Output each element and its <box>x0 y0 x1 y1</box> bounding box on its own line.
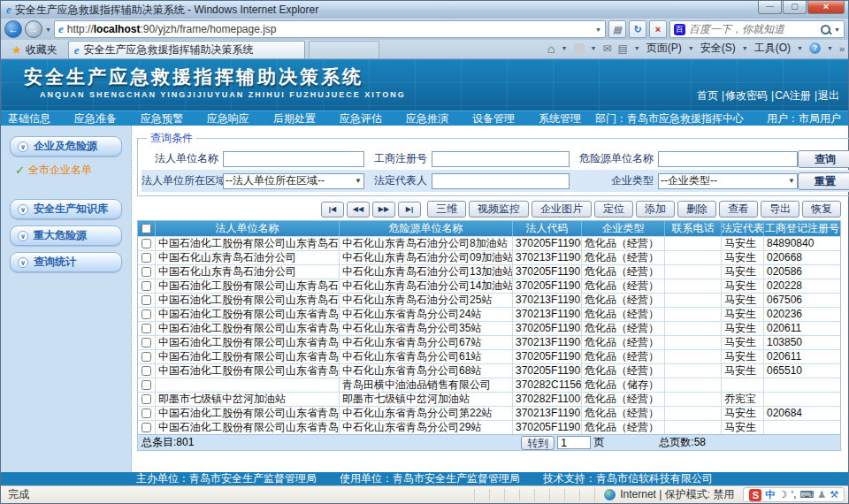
toolbar-button[interactable]: 添加 <box>636 201 675 218</box>
toolbar-button[interactable]: 企业图片 <box>532 201 592 218</box>
nav-item[interactable]: 基础信息 <box>8 111 50 126</box>
toolbar-button[interactable]: 查看 <box>719 201 758 218</box>
forward-button[interactable]: → <box>25 20 42 38</box>
header-link[interactable]: CA注册 <box>768 88 811 103</box>
stop-button[interactable]: × <box>649 20 667 38</box>
row-checkbox[interactable] <box>142 281 151 291</box>
row-checkbox[interactable] <box>142 309 151 319</box>
menu-page[interactable]: 页面(P) <box>646 41 682 56</box>
safety-dropdown-icon[interactable]: ▼ <box>742 45 748 51</box>
feeds-icon[interactable] <box>574 43 585 54</box>
home-icon[interactable]: ⌂ <box>547 42 555 56</box>
search-input[interactable] <box>689 23 817 35</box>
minimize-button[interactable]: — <box>758 1 782 14</box>
overflow-chevron-icon[interactable]: » <box>839 43 845 54</box>
pager-button[interactable]: |◀ <box>321 202 344 218</box>
row-checkbox[interactable] <box>142 366 151 376</box>
pager-button[interactable]: ▶| <box>398 202 421 218</box>
hazard-name-input[interactable] <box>658 151 798 167</box>
table-row[interactable]: 即墨市七级镇中岔河加油站 即墨市七级镇中岔河加油站 370282F110063 … <box>138 392 840 406</box>
tools-dropdown-icon[interactable]: ▼ <box>797 45 803 51</box>
sidebar-item-city-enterprise-list[interactable]: ✓ 全市企业名单 <box>15 163 122 178</box>
table-row[interactable]: 中国石油化工股份有限公司山东青岛石油分公司 中石化山东青岛石油分公司8加油站 3… <box>138 236 840 250</box>
ime-settings-icon[interactable]: ⚒ <box>830 488 838 501</box>
header-link[interactable]: 退出 <box>811 88 839 103</box>
compatibility-view-button[interactable]: ▤ <box>608 20 626 38</box>
feeds-dropdown-icon[interactable]: ▼ <box>591 45 597 51</box>
column-header[interactable]: 法人代码 <box>513 221 582 236</box>
header-link[interactable]: 修改密码 <box>718 88 768 103</box>
close-button[interactable]: × <box>807 1 845 14</box>
ime-user-icon[interactable]: ♟ <box>817 488 826 501</box>
table-row[interactable]: 中国石油化工股份有限公司山东省青岛分公司 中石化山东省青岛分公司68站 3702… <box>138 363 840 378</box>
help-dropdown-icon[interactable]: ▼ <box>827 45 833 51</box>
help-icon[interactable]: ? <box>809 42 821 54</box>
table-row[interactable]: 中国石油化工股份有限公司山东省青岛分公司 中石化山东省青岛分公司61站 3702… <box>138 349 840 363</box>
active-tab[interactable]: e 安全生产应急救援指挥辅助决策系统 <box>68 41 305 58</box>
nav-item[interactable]: 后期处置 <box>273 111 316 126</box>
row-checkbox[interactable] <box>142 253 151 263</box>
column-header[interactable]: 联系电话 <box>665 221 722 236</box>
sidebar-group-enterprise-hazard[interactable]: ∨ 企业及危险源 <box>10 136 122 157</box>
mail-icon[interactable]: ✉ <box>602 42 611 55</box>
row-checkbox[interactable] <box>142 324 151 333</box>
search-box[interactable]: 百 ▼ <box>669 20 845 38</box>
ime-language-icon[interactable]: 中 <box>765 488 775 501</box>
row-checkbox[interactable] <box>142 380 151 390</box>
row-checkbox[interactable] <box>142 295 151 305</box>
url-dropdown-icon[interactable]: ▼ <box>595 27 601 33</box>
refresh-button[interactable]: ↻ <box>629 20 646 38</box>
url-field[interactable]: e http://localhost:90/yjzh/frame/homepag… <box>54 20 606 38</box>
toolbar-button[interactable]: 恢复 <box>802 201 841 218</box>
print-icon[interactable]: ▤ <box>618 42 628 55</box>
search-button[interactable]: 查询 <box>798 150 849 168</box>
search-dropdown-icon[interactable]: ▼ <box>834 27 840 33</box>
table-row[interactable]: 中国石油化工股份有限公司山东青岛石油分公司 中石化山东青岛石油分公司25站 37… <box>138 293 840 307</box>
new-tab-button[interactable] <box>309 41 379 58</box>
maximize-button[interactable]: ▢ <box>783 1 807 14</box>
header-link[interactable]: 首页 <box>697 88 718 103</box>
goto-page-button[interactable]: 转到 <box>521 436 555 450</box>
business-reg-input[interactable] <box>432 151 570 167</box>
row-checkbox[interactable] <box>142 352 151 362</box>
toolbar-button[interactable]: 视频监控 <box>469 201 529 218</box>
nav-item[interactable]: 应急准备 <box>74 111 117 126</box>
title-bar[interactable]: e 安全生产应急救援指挥辅助决策系统 - Windows Internet Ex… <box>1 1 848 19</box>
column-header[interactable]: 法定代表人 <box>722 221 764 236</box>
row-checkbox[interactable] <box>142 409 151 418</box>
sogou-icon[interactable]: S <box>749 489 761 501</box>
favorites-button[interactable]: ★ 收藏夹 <box>4 42 65 58</box>
column-header[interactable]: 企业类型 <box>582 221 665 236</box>
nav-item[interactable]: 应急响应 <box>207 111 249 126</box>
nav-item[interactable]: 应急预警 <box>141 111 183 126</box>
toolbar-button[interactable]: 三维 <box>427 201 466 218</box>
legal-name-input[interactable] <box>223 151 364 167</box>
row-checkbox[interactable] <box>142 239 151 248</box>
select-all-checkbox[interactable] <box>142 224 151 233</box>
page-number-input[interactable] <box>557 436 591 449</box>
page-dropdown-icon[interactable]: ▼ <box>688 45 694 51</box>
region-select[interactable]: --法人单位所在区域--▼ <box>223 173 364 189</box>
toolbar-button[interactable]: 导出 <box>761 201 799 218</box>
reset-button[interactable]: 重置 <box>798 172 849 190</box>
sidebar-group-query-stats[interactable]: ∨ 查询统计 <box>10 252 122 272</box>
sidebar-group-major-hazard[interactable]: ∨ 重大危险源 <box>10 225 122 246</box>
row-checkbox[interactable] <box>142 267 151 277</box>
table-row[interactable]: 青岛田横中油油品销售有限公司 370282C115602 危化品（储存） <box>138 378 840 392</box>
table-row[interactable]: 中国石油化工股份有限公司山东省青岛分公司 中石化山东省青岛分公司35站 3702… <box>138 321 840 335</box>
company-type-select[interactable]: --企业类型--▼ <box>658 173 798 189</box>
sidebar-group-knowledge-base[interactable]: ∨ 安全生产知识库 <box>10 199 122 219</box>
home-dropdown-icon[interactable]: ▼ <box>562 45 568 51</box>
toolbar-button[interactable]: 定位 <box>594 201 633 218</box>
back-button[interactable]: ← <box>4 20 22 38</box>
column-header[interactable]: 工商登记注册号 <box>764 221 840 236</box>
table-row[interactable]: 中国石油化工股份有限公司山东省青岛分公司 中石化山东省青岛分公司29站 3702… <box>138 420 840 434</box>
row-checkbox[interactable] <box>142 338 151 347</box>
column-header[interactable]: 法人单位名称 <box>156 221 340 236</box>
nav-item[interactable]: 设备管理 <box>472 111 515 126</box>
menu-safety[interactable]: 安全(S) <box>700 41 736 56</box>
nav-item[interactable]: 应急推演 <box>406 111 448 126</box>
table-row[interactable]: 中国石油化工股份有限公司山东省青岛分公司 中石化山东省青岛分公司67站 3702… <box>138 335 840 349</box>
ime-punctuation-icon[interactable]: ’, <box>791 488 796 501</box>
table-row[interactable]: 中国石油化工股份有限公司山东青岛石油分公司 中石化山东青岛石油分公司14加油站 … <box>138 279 840 293</box>
